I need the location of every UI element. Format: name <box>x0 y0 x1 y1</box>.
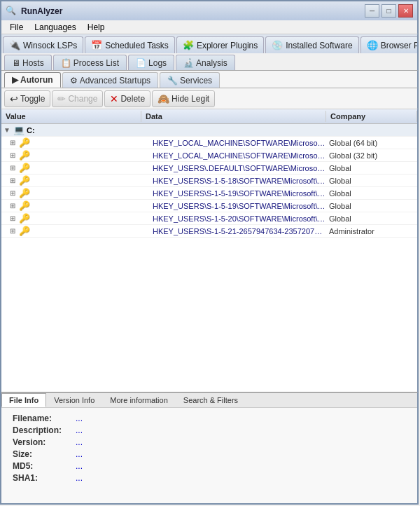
analysis-icon: 🔬 <box>183 58 194 68</box>
explorer-icon: 🧩 <box>183 40 194 50</box>
row-company: Global (32 bit) <box>326 151 417 160</box>
menu-file[interactable]: File <box>4 21 29 34</box>
table-row[interactable]: ⊞ 🔑 HKEY_USERS\S-1-5-19\SOFTWARE\Microso… <box>1 200 417 212</box>
menu-languages[interactable]: Languages <box>29 21 81 34</box>
expand-icon[interactable]: ⊞ <box>7 151 18 159</box>
row-data: HKEY_USERS\.DEFAULT\SOFTWARE\Microsoft\W… <box>150 164 326 172</box>
table-row[interactable]: ⊞ 🔑 HKEY_LOCAL_MACHINE\SOFTWARE\Microsof… <box>1 149 417 162</box>
registry-icon: 🔑 <box>18 213 31 224</box>
delete-icon: ✕ <box>110 93 118 104</box>
hide-legit-button[interactable]: 🙈 Hide Legit <box>152 90 215 107</box>
registry-icon: 🔑 <box>18 188 31 198</box>
info-row-sha1: SHA1: ... <box>13 473 406 483</box>
col-header-value: Value <box>1 111 141 122</box>
tab-fileinfo[interactable]: File Info <box>1 393 46 407</box>
expand-icon[interactable]: ⊞ <box>7 227 18 235</box>
delete-button[interactable]: ✕ Delete <box>104 90 150 107</box>
expand-icon[interactable]: ⊞ <box>7 164 18 172</box>
filename-value: ... <box>76 413 83 423</box>
tab-scheduled[interactable]: 📅 Scheduled Tasks <box>85 36 175 53</box>
table-row[interactable]: ⊞ 🔑 HKEY_USERS\.DEFAULT\SOFTWARE\Microso… <box>1 162 417 175</box>
info-row-md5: MD5: ... <box>13 461 406 471</box>
tab-hosts[interactable]: 🖥 Hosts <box>4 55 52 70</box>
tab-analysis[interactable]: 🔬 Analysis <box>176 55 235 70</box>
services-icon: 🔧 <box>167 76 178 86</box>
info-row-size: Size: ... <box>13 449 406 459</box>
registry-icon: 🔑 <box>18 163 31 173</box>
hosts-icon: 🖥 <box>12 58 20 68</box>
scheduled-icon: 📅 <box>91 40 102 50</box>
hide-legit-icon: 🙈 <box>158 93 169 104</box>
table-row[interactable]: ⊞ 🔑 HKEY_USERS\S-1-5-21-2657947634-23572… <box>1 225 417 238</box>
main-tab-bar: 🔌 Winsock LSPs 📅 Scheduled Tasks 🧩 Explo… <box>1 34 418 53</box>
winsock-icon: 🔌 <box>9 40 20 50</box>
row-data: HKEY_LOCAL_MACHINE\SOFTWARE\Microsoft\Wi… <box>150 151 326 160</box>
tab-autorun[interactable]: ▶ Autorun <box>4 72 61 88</box>
col-header-company: Company <box>326 111 417 122</box>
row-company: Global <box>326 214 417 223</box>
table-row[interactable]: ▼ 💻 C: <box>1 124 417 137</box>
tab-advanced[interactable]: ⚙ Advanced Startups <box>62 72 158 88</box>
maximize-button[interactable]: □ <box>382 4 396 18</box>
row-company: Administrator <box>326 227 417 235</box>
expand-icon[interactable]: ⊞ <box>7 139 18 146</box>
toggle-button[interactable]: ↩ Toggle <box>4 90 50 107</box>
minimize-button[interactable]: ─ <box>365 4 379 18</box>
tab-winsock[interactable]: 🔌 Winsock LSPs <box>3 36 83 53</box>
process-icon: 📋 <box>61 58 71 68</box>
size-label: Size: <box>13 449 76 459</box>
tab-browser[interactable]: 🌐 Browser Pages <box>360 36 418 53</box>
registry-icon: 🔑 <box>18 150 31 160</box>
tab-logs[interactable]: 📄 Logs <box>128 55 174 70</box>
tree-view[interactable]: ▼ 💻 C: ⊞ 🔑 HKEY_LOCAL_MACHINE\SOFTWARE\M… <box>1 124 417 392</box>
registry-icon: 🔑 <box>18 137 31 148</box>
sha1-label: SHA1: <box>13 473 76 483</box>
tab-searchfilters[interactable]: Search & Filters <box>176 393 246 407</box>
collapse-icon[interactable]: ▼ <box>1 126 13 134</box>
action-toolbar: ↩ Toggle ✏ Change ✕ Delete 🙈 Hide Legit <box>1 88 418 109</box>
table-row[interactable]: ⊞ 🔑 HKEY_USERS\S-1-5-18\SOFTWARE\Microso… <box>1 175 417 187</box>
browser-icon: 🌐 <box>367 40 378 50</box>
table-header: Value Data Company <box>1 109 417 124</box>
expand-icon[interactable]: ⊞ <box>7 177 18 184</box>
row-company: Global <box>326 177 417 185</box>
sub-tab-bar: ▶ Autorun ⚙ Advanced Startups 🔧 Services <box>1 71 418 88</box>
app-icon: 🔍 <box>6 6 17 17</box>
close-button[interactable]: ✕ <box>398 4 413 18</box>
tab-moreinfo[interactable]: More information <box>102 393 176 407</box>
row-company: Global <box>326 202 417 210</box>
expand-icon[interactable]: ⊞ <box>7 189 18 197</box>
row-company: Global (64 bit) <box>326 139 417 147</box>
tab-services[interactable]: 🔧 Services <box>160 72 220 88</box>
registry-icon: 🔑 <box>18 175 31 186</box>
filename-label: Filename: <box>13 413 76 423</box>
window-controls: ─ □ ✕ <box>365 4 413 18</box>
info-row-version: Version: ... <box>13 437 406 447</box>
toggle-icon: ↩ <box>10 93 18 104</box>
tab-process[interactable]: 📋 Process List <box>53 55 127 70</box>
md5-label: MD5: <box>13 461 76 471</box>
table-row[interactable]: ⊞ 🔑 HKEY_USERS\S-1-5-19\SOFTWARE\Microso… <box>1 187 417 200</box>
change-button[interactable]: ✏ Change <box>52 90 103 107</box>
row-data: HKEY_USERS\S-1-5-20\SOFTWARE\Microsoft\W… <box>150 214 326 223</box>
bottom-tab-bar: File Info Version Info More information … <box>1 393 417 408</box>
tab-versioninfo[interactable]: Version Info <box>46 393 102 407</box>
menu-help[interactable]: Help <box>82 21 111 34</box>
row-data: HKEY_USERS\S-1-5-18\SOFTWARE\Microsoft\W… <box>150 177 326 185</box>
tab-explorer[interactable]: 🧩 Explorer Plugins <box>176 36 264 53</box>
expand-icon[interactable]: ⊞ <box>7 202 18 210</box>
content-area: Value Data Company ▼ 💻 C: ⊞ 🔑 HKEY_LOCAL… <box>1 109 418 392</box>
info-row-description: Description: ... <box>13 425 406 435</box>
sha1-value: ... <box>76 473 83 483</box>
expand-icon[interactable]: ⊞ <box>7 214 18 222</box>
computer-icon: 💻 <box>13 125 25 135</box>
size-value: ... <box>76 449 83 459</box>
main-window: 🔍 RunAlyzer ─ □ ✕ File Languages Help 🔌 … <box>0 0 419 505</box>
registry-icon: 🔑 <box>18 226 31 236</box>
autorun-icon: ▶ <box>12 75 18 85</box>
tab-installed[interactable]: 💿 Installed Software <box>265 36 358 53</box>
window-title: RunAlyzer <box>21 6 365 16</box>
row-value: C: <box>25 126 144 135</box>
table-row[interactable]: ⊞ 🔑 HKEY_USERS\S-1-5-20\SOFTWARE\Microso… <box>1 212 417 225</box>
table-row[interactable]: ⊞ 🔑 HKEY_LOCAL_MACHINE\SOFTWARE\Microsof… <box>1 137 417 149</box>
